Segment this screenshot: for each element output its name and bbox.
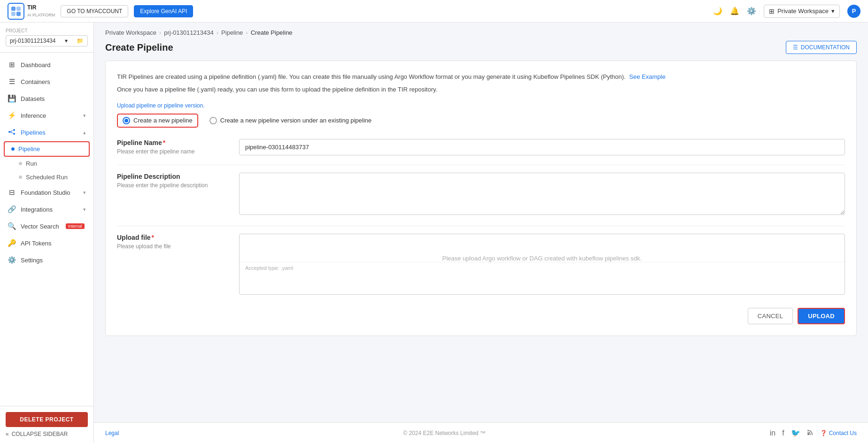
- foundation-studio-icon: ⊟: [8, 188, 16, 197]
- svg-point-4: [8, 131, 10, 133]
- footer-legal[interactable]: Legal: [105, 430, 119, 436]
- question-icon: ❓: [820, 430, 827, 436]
- nav-items: ⊞ Dashboard ☰ Containers 💾 Datasets ⚡ In…: [0, 53, 93, 406]
- rss-icon[interactable]: [807, 429, 814, 437]
- doc-icon: ☰: [793, 44, 798, 51]
- pipeline-name-required: *: [163, 139, 165, 146]
- upload-file-hint: Please upload the file: [117, 243, 232, 250]
- settings-icon[interactable]: ⚙️: [747, 7, 756, 15]
- theme-toggle-icon[interactable]: 🌙: [713, 7, 722, 15]
- accepted-types: Accepted type: .yaml: [240, 262, 845, 274]
- sidebar-item-scheduled-run[interactable]: Scheduled Run: [0, 170, 93, 184]
- radio-empty-icon: [209, 117, 217, 124]
- dropdown-chevron-icon: ▾: [65, 38, 68, 44]
- sidebar-item-pipeline[interactable]: Pipeline: [5, 142, 89, 156]
- sidebar-item-api-tokens[interactable]: 🔑 API Tokens: [0, 235, 93, 252]
- dashboard-icon: ⊞: [8, 61, 16, 69]
- pipeline-name-hint: Please enter the pipeline name: [117, 148, 232, 155]
- run-dot-icon: [19, 162, 22, 165]
- radio-new-pipeline[interactable]: Create a new pipeline: [117, 114, 198, 128]
- pipeline-desc-label: Pipeline Description: [117, 173, 232, 180]
- collapse-icon: «: [6, 431, 9, 437]
- breadcrumb-project[interactable]: prj-013011213434: [164, 29, 214, 36]
- go-to-myaccount-button[interactable]: GO TO MYACCOUNT: [61, 5, 128, 17]
- svg-point-5: [13, 129, 15, 131]
- sidebar-item-settings[interactable]: ⚙️ Settings: [0, 252, 93, 268]
- pipeline-desc-section: Pipeline Description Please enter the pi…: [117, 173, 845, 216]
- sidebar-label-pipeline: Pipeline: [18, 145, 40, 153]
- pipeline-desc-textarea[interactable]: [239, 173, 845, 215]
- logo-text: TIRAI PLATFORM: [27, 4, 55, 18]
- form-actions: CANCEL UPLOAD: [117, 304, 845, 324]
- explore-genai-button[interactable]: Explore GenAI API: [134, 5, 193, 17]
- datasets-icon: 💾: [8, 94, 16, 103]
- sidebar-bottom: DELETE PROJECT « COLLAPSE SIDEBAR: [0, 406, 93, 443]
- create-pipeline-form: TIR Pipelines are created using a pipeli…: [105, 61, 857, 336]
- sidebar-label-dashboard: Dashboard: [21, 61, 51, 69]
- sidebar-item-vector-search[interactable]: 🔍 Vector Search Internal: [0, 218, 93, 235]
- pipeline-desc-hint: Please enter the pipeline description: [117, 182, 232, 189]
- sidebar-item-datasets[interactable]: 💾 Datasets: [0, 90, 93, 107]
- documentation-button[interactable]: ☰ DOCUMENTATION: [786, 41, 857, 54]
- radio-new-version[interactable]: Create a new pipeline version under an e…: [209, 117, 372, 124]
- radio-new-pipeline-label: Create a new pipeline: [133, 117, 193, 124]
- linkedin-icon[interactable]: in: [770, 429, 775, 437]
- delete-project-button[interactable]: DELETE PROJECT: [6, 412, 88, 427]
- scheduled-dot-icon: [19, 176, 22, 179]
- foundation-studio-chevron-icon: ▾: [83, 190, 86, 196]
- info-text-1: TIR Pipelines are created using a pipeli…: [117, 72, 845, 82]
- svg-rect-0: [11, 7, 16, 11]
- workspace-selector[interactable]: ⊞ Private Workspace ▾: [764, 5, 840, 18]
- main-layout: Project prj-013011213434 ▾ 📁 ⊞ Dashboard…: [0, 23, 868, 422]
- vector-search-icon: 🔍: [8, 222, 16, 230]
- avatar[interactable]: P: [847, 5, 860, 18]
- facebook-icon[interactable]: f: [782, 429, 784, 437]
- sidebar-item-containers[interactable]: ☰ Containers: [0, 73, 93, 90]
- pipeline-desc-label-col: Pipeline Description Please enter the pi…: [117, 173, 239, 216]
- upload-button[interactable]: UPLOAD: [798, 308, 845, 324]
- collapse-label: COLLAPSE SIDEBAR: [12, 431, 68, 437]
- integrations-icon: 🔗: [8, 205, 16, 214]
- notification-icon[interactable]: 🔔: [730, 7, 739, 15]
- sep1: ›: [159, 29, 161, 36]
- collapse-sidebar-button[interactable]: « COLLAPSE SIDEBAR: [6, 427, 88, 437]
- sidebar-item-dashboard[interactable]: ⊞ Dashboard: [0, 56, 93, 73]
- pipeline-name-input-col: [239, 139, 845, 155]
- sidebar-item-inference[interactable]: ⚡ Inference ▾: [0, 107, 93, 124]
- sidebar-label-integrations: Integrations: [21, 206, 53, 213]
- sep3: ›: [246, 29, 248, 36]
- pipeline-name-input[interactable]: [239, 139, 845, 155]
- pipelines-icon: [8, 128, 16, 137]
- topbar-icons: 🌙 🔔 ⚙️ ⊞ Private Workspace ▾ P: [713, 5, 860, 18]
- sep2: ›: [217, 29, 218, 36]
- logo-icon: [8, 3, 24, 20]
- project-dropdown[interactable]: prj-013011213434 ▾ 📁: [6, 35, 88, 46]
- workspace-icon: ⊞: [769, 8, 775, 15]
- sidebar-label-vector-search: Vector Search: [21, 223, 59, 230]
- workspace-label: Private Workspace: [777, 8, 829, 15]
- sidebar-item-integrations[interactable]: 🔗 Integrations ▾: [0, 201, 93, 218]
- footer: Legal © 2024 E2E Networks Limited ™ in f…: [94, 422, 868, 443]
- upload-dropzone[interactable]: Please upload Argo workflow or DAG creat…: [239, 234, 845, 295]
- upload-file-label: Upload file*: [117, 234, 232, 241]
- breadcrumb-workspace[interactable]: Private Workspace: [105, 29, 156, 36]
- upload-required: *: [152, 234, 154, 241]
- sidebar-item-run[interactable]: Run: [0, 157, 93, 170]
- project-label: Project: [6, 28, 88, 33]
- content-area: Private Workspace › prj-013011213434 › P…: [94, 23, 868, 422]
- sidebar-item-pipelines[interactable]: Pipelines ▴: [0, 124, 93, 141]
- dropzone-text: Please upload Argo workflow or DAG creat…: [433, 255, 651, 262]
- upload-file-section: Upload file* Please upload the file Plea…: [117, 234, 845, 295]
- contact-us-link[interactable]: ❓ Contact Us: [820, 430, 857, 436]
- breadcrumb-current: Create Pipeline: [251, 29, 293, 36]
- twitter-icon[interactable]: 🐦: [791, 428, 800, 437]
- inference-icon: ⚡: [8, 111, 16, 120]
- sidebar-item-foundation-studio[interactable]: ⊟ Foundation Studio ▾: [0, 184, 93, 201]
- pipelines-chevron-icon: ▴: [83, 130, 86, 136]
- breadcrumb-pipeline[interactable]: Pipeline: [221, 29, 243, 36]
- divider-2: [117, 226, 845, 226]
- api-tokens-icon: 🔑: [8, 239, 16, 247]
- see-example-link[interactable]: See Example: [629, 73, 666, 80]
- cancel-button[interactable]: CANCEL: [748, 308, 793, 324]
- pipeline-sub-nav: Pipeline: [4, 141, 90, 157]
